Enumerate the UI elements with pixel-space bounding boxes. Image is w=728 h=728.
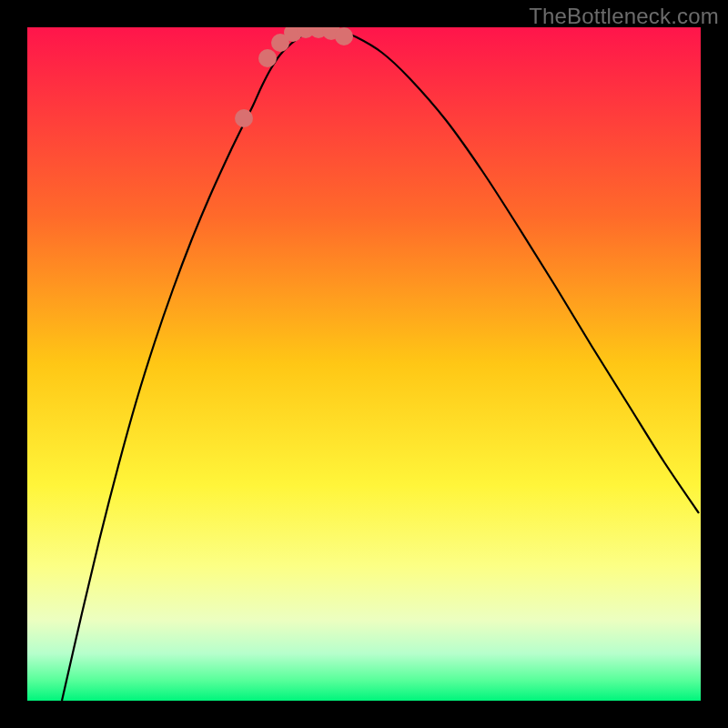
- highlight-dot: [235, 109, 253, 127]
- highlight-dot: [258, 49, 277, 67]
- bottleneck-curve: [62, 29, 699, 701]
- highlight-dot: [335, 27, 353, 46]
- chart-plot-area: [27, 27, 701, 701]
- watermark-text: TheBottleneck.com: [529, 4, 719, 29]
- chart-svg: [27, 27, 701, 701]
